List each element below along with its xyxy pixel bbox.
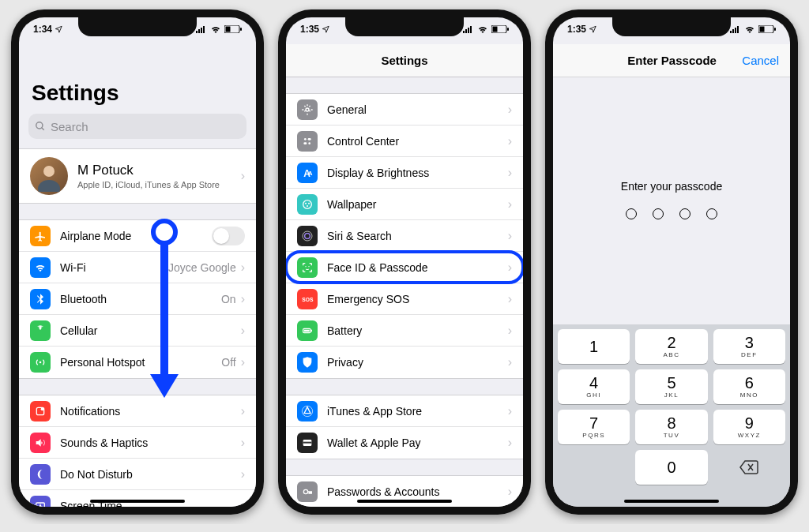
keypad-key-8[interactable]: 8TUV: [635, 410, 707, 444]
settings-row-privacy[interactable]: Privacy›: [286, 347, 523, 378]
chevron-right-icon: ›: [508, 167, 512, 179]
keypad-key-7[interactable]: 7PQRS: [558, 410, 630, 444]
key-number: 0: [667, 459, 675, 475]
svg-rect-3: [203, 26, 205, 33]
key-number: 3: [745, 335, 754, 350]
svg-rect-6: [240, 28, 242, 31]
wifi-status-icon: [210, 25, 221, 33]
svg-rect-52: [730, 31, 732, 33]
chevron-right-icon: ›: [241, 436, 245, 449]
bluetooth-icon: [30, 289, 51, 309]
settings-row-bluetooth[interactable]: BluetoothOn›: [19, 283, 256, 315]
key-number: 2: [667, 335, 675, 350]
svg-point-7: [36, 122, 43, 129]
svg-point-9: [43, 166, 55, 177]
settings-row-display[interactable]: AADisplay & Brightness›: [286, 157, 523, 189]
hotspot-icon: [30, 352, 51, 373]
svg-text:A: A: [308, 170, 313, 177]
settings-row-controlcenter[interactable]: Control Center›: [286, 126, 523, 157]
chevron-right-icon: ›: [241, 293, 245, 305]
notch: [612, 17, 731, 36]
keypad-key-3[interactable]: 3DEF: [713, 329, 785, 364]
row-label: Airplane Mode: [60, 230, 212, 242]
settings-row-general[interactable]: General›: [286, 94, 523, 126]
battery-icon: [491, 25, 509, 33]
settings-row-screentime[interactable]: Screen Time›: [19, 490, 256, 507]
settings-row-wifi[interactable]: Wi-FiJoyce Google›: [19, 252, 256, 283]
row-label: Privacy: [327, 356, 508, 369]
nav-title: Enter Passcode: [602, 54, 742, 67]
settings-row-airplane[interactable]: Airplane Mode: [19, 220, 256, 252]
phone-settings-scrolled: 1:35 Settings General›Control Center›AAD…: [278, 9, 531, 515]
key-letters: ABC: [664, 351, 680, 358]
svg-point-31: [308, 142, 310, 144]
siri-icon: [297, 226, 318, 246]
svg-rect-2: [201, 28, 202, 33]
backspace-icon: [739, 460, 758, 474]
wifi-icon: [30, 257, 51, 278]
signal-icon: [463, 26, 474, 33]
settings-row-dnd[interactable]: Do Not Disturb›: [19, 459, 256, 490]
settings-row-sounds[interactable]: Sounds & Haptics›: [19, 427, 256, 459]
chevron-right-icon: ›: [241, 405, 245, 418]
settings-row-appstore[interactable]: iTunes & App Store›: [286, 395, 523, 427]
keypad-key-5[interactable]: 5JKL: [635, 369, 707, 404]
settings-row-notifications[interactable]: Notifications›: [19, 395, 256, 427]
svg-point-37: [307, 205, 308, 207]
notifications-icon: [30, 401, 51, 421]
settings-row-hotspot[interactable]: Personal HotspotOff›: [19, 347, 256, 378]
settings-row-wallpaper[interactable]: Wallpaper›: [286, 189, 523, 220]
search-icon: [35, 121, 46, 132]
chevron-right-icon: ›: [508, 135, 512, 148]
key-letters: JKL: [664, 392, 679, 399]
home-indicator[interactable]: [90, 500, 185, 503]
battery-icon: [297, 320, 318, 341]
chevron-right-icon: ›: [508, 198, 512, 211]
privacy-icon: [297, 352, 318, 373]
svg-rect-29: [308, 138, 311, 140]
home-indicator[interactable]: [624, 500, 719, 503]
keypad-key-9[interactable]: 9WXYZ: [713, 410, 785, 444]
svg-rect-20: [463, 31, 465, 33]
chevron-right-icon: ›: [508, 293, 512, 305]
row-label: Face ID & Passcode: [327, 261, 508, 274]
keypad-key-4[interactable]: 4GHI: [558, 369, 630, 404]
svg-rect-0: [196, 31, 198, 33]
account-row[interactable]: M Potuck Apple ID, iCloud, iTunes & App …: [19, 149, 256, 203]
location-icon: [322, 25, 329, 33]
settings-row-siri[interactable]: Siri & Search›: [286, 220, 523, 252]
settings-row-sos[interactable]: SOSEmergency SOS›: [286, 283, 523, 315]
keypad-key-6[interactable]: 6MNO: [713, 369, 785, 404]
cancel-button[interactable]: Cancel: [742, 54, 779, 67]
svg-rect-55: [737, 26, 739, 33]
avatar: [30, 157, 68, 195]
svg-point-36: [308, 202, 310, 204]
keypad-key-1[interactable]: 1: [558, 329, 630, 364]
passcode-prompt: Enter your passcode: [553, 180, 790, 193]
keypad-key-0[interactable]: 0: [635, 450, 707, 485]
wallet-icon: [297, 433, 318, 453]
chevron-right-icon: ›: [508, 324, 512, 337]
wifi-status-icon: [477, 25, 488, 33]
row-label: Notifications: [60, 405, 241, 418]
settings-row-cellular[interactable]: Cellular›: [19, 315, 256, 347]
row-label: Cellular: [60, 324, 241, 337]
row-label: iTunes & App Store: [327, 405, 508, 418]
row-label: Wallet & Apple Pay: [327, 436, 508, 449]
passcode-dots: [553, 208, 790, 219]
settings-row-faceid[interactable]: Face ID & Passcode›: [286, 252, 523, 283]
svg-point-41: [308, 266, 309, 267]
nav-title: Settings: [381, 54, 427, 67]
keypad-key-2[interactable]: 2ABC: [635, 329, 707, 364]
toggle-switch[interactable]: [212, 227, 245, 245]
chevron-right-icon: ›: [508, 436, 512, 449]
key-number: 7: [589, 415, 598, 431]
settings-row-battery[interactable]: Battery›: [286, 315, 523, 347]
key-letters: PQRS: [582, 432, 605, 439]
home-indicator[interactable]: [357, 500, 452, 503]
svg-rect-23: [470, 26, 472, 33]
search-input[interactable]: Search: [28, 114, 246, 139]
row-label: Bluetooth: [60, 293, 221, 305]
settings-row-wallet[interactable]: Wallet & Apple Pay›: [286, 427, 523, 459]
keypad-delete-button[interactable]: [713, 450, 785, 485]
